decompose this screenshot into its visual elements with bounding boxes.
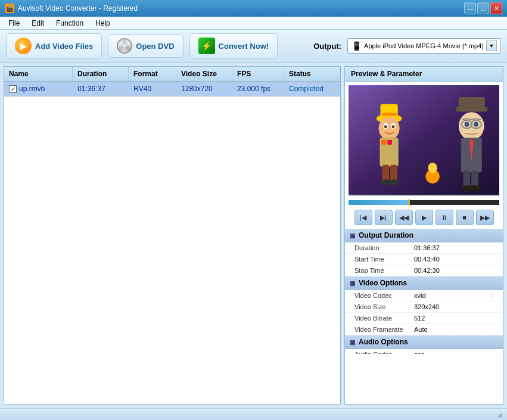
right-panel: Preview & Parameter xyxy=(344,66,503,405)
duration-value: 01:36:37 xyxy=(414,244,493,251)
add-video-label: Add Video Files xyxy=(35,42,93,51)
col-format: Format xyxy=(129,67,176,81)
row-checkbox[interactable]: ✓ xyxy=(9,85,17,93)
audio-options-section[interactable]: ▣ Audio Options xyxy=(345,335,503,349)
titlebar-left: 🎬 Auvisoft Video Converter - Registered xyxy=(5,4,138,13)
video-bitrate-value: 512 xyxy=(414,315,493,322)
add-video-button[interactable]: ▶ Add Video Files xyxy=(6,33,102,58)
video-options-section[interactable]: ▣ Video Options xyxy=(345,276,503,290)
col-duration: Duration xyxy=(73,67,129,81)
audio-codec-label: Audio Codec xyxy=(354,351,414,354)
menu-file[interactable]: File xyxy=(2,18,26,29)
video-codec-row: Video Codec xvid □ xyxy=(345,290,503,301)
start-time-label: Start Time xyxy=(354,256,414,263)
cell-duration: 01:36:37 xyxy=(73,82,129,96)
video-size-label: Video Size xyxy=(354,303,414,310)
video-progress-fill xyxy=(349,200,409,205)
audio-codec-value: aac xyxy=(414,351,493,354)
params-panel: ▣ Output Duration Duration 01:36:37 Star… xyxy=(345,229,503,354)
col-name: Name xyxy=(4,67,73,81)
output-dropdown[interactable]: 📱 Apple iPod Video MPEG-4 Movie (*.mp4) … xyxy=(347,38,501,54)
convert-label: Convert Now! xyxy=(219,42,269,51)
duration-row: Duration 01:36:37 xyxy=(345,242,503,254)
svg-point-24 xyxy=(474,122,478,127)
params-scroll-wrapper: ▣ Output Duration Duration 01:36:37 Star… xyxy=(345,229,503,354)
menu-help[interactable]: Help xyxy=(89,18,116,29)
svg-point-9 xyxy=(391,125,394,128)
svg-rect-11 xyxy=(381,140,386,145)
step-forward-button[interactable]: ▶| xyxy=(375,210,393,225)
table-row[interactable]: ✓ up.rmvb 01:36:37 RV40 1280x720 23.000 … xyxy=(4,82,340,97)
cell-format: RV40 xyxy=(129,82,176,96)
audio-options-label: Audio Options xyxy=(359,338,408,346)
main-content: Name Duration Format Video Size FPS Stat… xyxy=(0,63,507,408)
playback-controls: |◀ ▶| ◀◀ ▶ ⏸ ■ ▶▶ xyxy=(345,206,503,229)
output-label: Output: xyxy=(313,42,341,51)
convert-icon: ⚡ xyxy=(198,38,215,54)
minimize-button[interactable]: — xyxy=(464,2,476,14)
video-codec-indicator: □ xyxy=(490,292,493,299)
svg-rect-4 xyxy=(382,113,396,116)
cell-fps: 23.000 fps xyxy=(232,82,284,96)
video-preview xyxy=(349,85,499,195)
output-format-icon: 📱 xyxy=(352,41,362,51)
video-framerate-label: Video Framerate xyxy=(354,326,414,333)
stop-button[interactable]: ■ xyxy=(456,210,474,225)
cell-status: Completed xyxy=(284,82,340,96)
add-icon: ▶ xyxy=(15,38,32,54)
step-back-button[interactable]: |◀ xyxy=(354,210,372,225)
svg-rect-12 xyxy=(387,140,392,145)
menu-edit[interactable]: Edit xyxy=(26,18,50,29)
titlebar-buttons: — □ ✕ xyxy=(464,2,502,14)
app-icon: 🎬 xyxy=(5,4,14,13)
video-toggle: ▣ xyxy=(350,280,355,287)
titlebar: 🎬 Auvisoft Video Converter - Registered … xyxy=(0,0,507,17)
next-button[interactable]: ▶▶ xyxy=(476,210,494,225)
svg-point-23 xyxy=(465,122,469,127)
video-framerate-value: Auto xyxy=(414,326,493,333)
duration-label: Duration xyxy=(354,244,414,251)
start-time-row: Start Time 00:43:40 xyxy=(345,254,503,265)
menu-function[interactable]: Function xyxy=(50,18,89,29)
video-scene xyxy=(349,85,499,195)
video-size-value: 320x240 xyxy=(414,303,493,310)
video-codec-label: Video Codec xyxy=(354,292,414,299)
video-bitrate-row: Video Bitrate 512 xyxy=(345,313,503,324)
stop-time-value: 00:42:30 xyxy=(414,267,493,274)
audio-codec-row: Audio Codec aac xyxy=(345,349,503,354)
video-marker xyxy=(409,199,410,206)
play-button[interactable]: ▶ xyxy=(415,210,433,225)
close-button[interactable]: ✕ xyxy=(490,2,502,14)
resize-grip[interactable]: ◢ xyxy=(497,411,502,418)
stop-time-row: Stop Time 00:42:30 xyxy=(345,265,503,276)
pause-button[interactable]: ⏸ xyxy=(436,210,453,225)
output-value: Apple iPod Video MPEG-4 Movie (*.mp4) xyxy=(364,42,484,49)
video-size-row: Video Size 320x240 xyxy=(345,301,503,313)
output-dropdown-arrow[interactable]: ▼ xyxy=(486,41,497,51)
video-codec-value[interactable]: xvid xyxy=(414,292,487,299)
toolbar: ▶ Add Video Files Open DVD ⚡ Convert Now… xyxy=(0,30,507,63)
cell-videosize: 1280x720 xyxy=(176,82,232,96)
dvd-hole xyxy=(122,43,127,48)
output-duration-section[interactable]: ▣ Output Duration xyxy=(345,229,503,242)
duration-toggle: ▣ xyxy=(350,232,355,239)
svg-point-5 xyxy=(379,117,400,140)
dvd-icon xyxy=(117,38,132,54)
video-progress-bar[interactable] xyxy=(349,200,499,205)
video-framerate-row: Video Framerate Auto xyxy=(345,324,503,335)
start-time-value: 00:43:40 xyxy=(414,256,493,263)
open-dvd-button[interactable]: Open DVD xyxy=(108,34,183,58)
prev-button[interactable]: ◀◀ xyxy=(395,210,413,225)
video-svg xyxy=(349,85,499,195)
svg-rect-18 xyxy=(459,97,485,111)
filelist-header: Name Duration Format Video Size FPS Stat… xyxy=(4,67,340,82)
svg-point-30 xyxy=(469,185,480,191)
audio-toggle: ▣ xyxy=(350,339,355,346)
preview-header: Preview & Parameter xyxy=(345,67,503,82)
maximize-button[interactable]: □ xyxy=(477,2,489,14)
open-dvd-label: Open DVD xyxy=(136,42,174,51)
statusbar: ◢ xyxy=(0,408,507,420)
convert-button[interactable]: ⚡ Convert Now! xyxy=(189,33,278,58)
col-videosize: Video Size xyxy=(176,67,232,81)
svg-point-32 xyxy=(428,163,437,173)
